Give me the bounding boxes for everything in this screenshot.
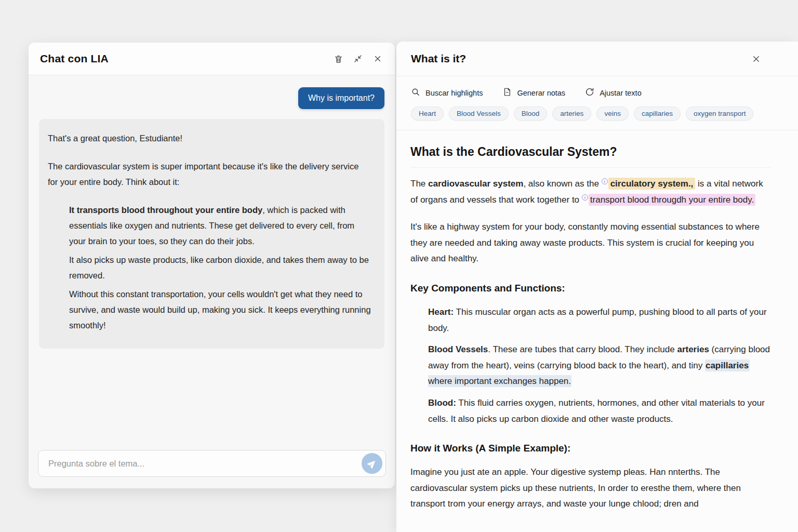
ai-bullet-1: It transports blood throughout your enti…	[69, 202, 371, 249]
highlight-yellow-circulatory-system[interactable]: circulatory system.,	[608, 178, 696, 190]
tool-label: Buscar highlights	[425, 89, 483, 97]
tag-chip-blood[interactable]: Blood	[514, 107, 548, 121]
ai-bullet-list: It transports blood throughout your enti…	[48, 202, 371, 333]
ai-message-bubble: That's a great question, Estudiante! The…	[39, 119, 384, 349]
detail-header: What is it?	[396, 42, 798, 76]
detail-toolbar: Buscar highlights Generar notas Ajustar …	[396, 76, 798, 99]
info-icon[interactable]	[582, 194, 588, 201]
tag-chip-capillaries[interactable]: capillaries	[634, 107, 681, 121]
section-heading-how-it-works: How it Works (A Simple Example):	[410, 443, 770, 454]
key-components-list: Heart: This muscular organ acts as a pow…	[410, 304, 770, 427]
adjust-text-button[interactable]: Ajustar texto	[585, 87, 642, 99]
chat-question-input[interactable]	[38, 450, 386, 477]
detail-panel-title: What is it?	[411, 52, 466, 65]
list-item-heart: Heart: This muscular organ acts as a pow…	[428, 304, 770, 336]
tool-label: Generar notas	[517, 89, 565, 97]
list-item-blood-vessels: Blood Vessels. These are tubes that carr…	[428, 342, 770, 390]
tag-chip-arteries[interactable]: arteries	[552, 107, 591, 121]
section-heading-key-components: Key Components and Functions:	[410, 283, 770, 294]
tag-chip-oxygen-transport[interactable]: oxygen transport	[686, 107, 754, 121]
close-icon[interactable]	[750, 53, 762, 64]
article-heading: What is the Cardiovascular System?	[410, 145, 770, 168]
tag-chip-blood-vessels[interactable]: Blood Vessels	[449, 107, 509, 121]
chat-panel: Chat con LIA Why is important?	[29, 43, 395, 488]
highlight-pink-transport-blood[interactable]: transport blood througdh your entire bod…	[589, 194, 755, 206]
info-icon[interactable]	[602, 178, 608, 184]
chat-message-list: Why is important? That's a great questio…	[29, 75, 395, 450]
chat-header: Chat con LIA	[29, 43, 395, 75]
paper-plane-icon	[365, 457, 379, 471]
notes-icon	[502, 87, 512, 99]
send-button[interactable]	[362, 453, 382, 474]
tag-chip-veins[interactable]: veins	[596, 107, 629, 121]
refresh-icon	[585, 87, 594, 99]
search-icon	[411, 87, 420, 99]
ai-intro: The cardiovascular system is super impor…	[48, 158, 371, 190]
tool-label: Ajustar texto	[600, 89, 642, 97]
highlight-blue-capillaries[interactable]: capillaries	[705, 360, 749, 371]
article-paragraph-3: Imagine you just ate an apple. Your dige…	[410, 464, 770, 512]
close-icon[interactable]	[372, 53, 383, 64]
trash-icon[interactable]	[332, 53, 344, 64]
generate-notes-button[interactable]: Generar notas	[502, 87, 565, 99]
article-paragraph-1: The cardiovascular system, also known as…	[410, 176, 770, 208]
user-message-bubble: Why is important?	[298, 87, 384, 109]
tag-chip-row: Heart Blood Vessels Blood arteries veins…	[396, 99, 798, 130]
collapse-icon[interactable]	[352, 53, 364, 64]
list-item-blood: Blood: This fluid carries oxygen, nutrie…	[428, 395, 770, 427]
chat-header-actions	[332, 53, 383, 64]
article-content: What is the Cardiovascular System? The c…	[396, 130, 798, 532]
ai-bullet-2: It also picks up waste products, like ca…	[69, 252, 371, 283]
ai-greeting: That's a great question, Estudiante!	[48, 130, 371, 146]
tag-chip-heart[interactable]: Heart	[411, 107, 444, 121]
chat-input-row	[29, 450, 395, 488]
detail-panel: What is it? Buscar highlights Generar no…	[396, 42, 798, 532]
chat-panel-title: Chat con LIA	[40, 52, 109, 65]
article-paragraph-2: It's like a highway system for your body…	[410, 219, 770, 267]
search-highlights-button[interactable]: Buscar highlights	[411, 87, 483, 99]
ai-bullet-3: Without this constant transportation, yo…	[69, 286, 371, 333]
